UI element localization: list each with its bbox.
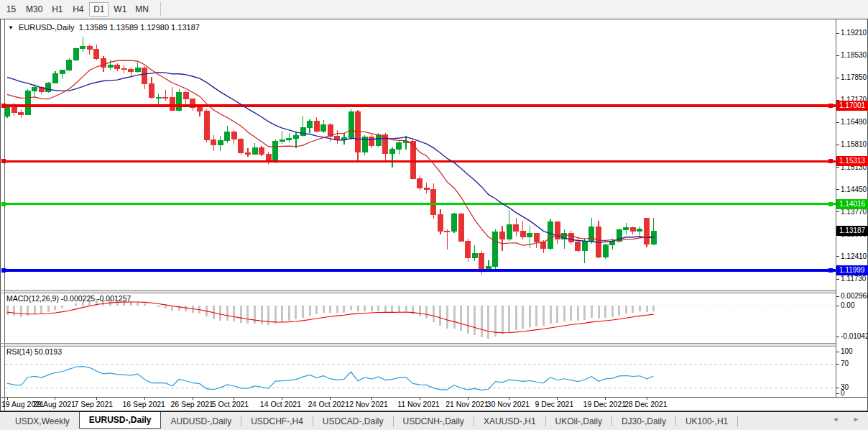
price-axis-tick-label: 1.14450 bbox=[841, 186, 867, 194]
toolbar-separator bbox=[160, 2, 161, 17]
chart-title-text: EURUSD-,Daily 1.13589 1.13589 1.12980 1.… bbox=[19, 23, 200, 32]
chart-tab-eurusd-daily[interactable]: EURUSD-,Daily bbox=[79, 412, 162, 429]
chart-tab-usdcnh-daily[interactable]: USDCNH-,Daily bbox=[394, 412, 474, 430]
date-axis-label: 21 Nov 2021 bbox=[445, 400, 489, 408]
date-axis-label: 28 Dec 2021 bbox=[624, 400, 668, 408]
chart-collapse-icon[interactable]: ▼ bbox=[8, 24, 14, 31]
macd-indicator-label: MACD(12,26,9) -0.000225 -0.001257 bbox=[6, 294, 131, 303]
price-axis-tick-label: 1.17850 bbox=[841, 73, 867, 82]
price-axis-tick-label: 1.12410 bbox=[841, 252, 867, 261]
date-axis-label: 26 Sep 2021 bbox=[170, 400, 213, 408]
timeframe-button-15[interactable]: 15 bbox=[1, 2, 21, 17]
rsi-pane-area[interactable] bbox=[5, 347, 836, 397]
level-price-badge: 1.14016 bbox=[836, 199, 868, 209]
chart-tab-uk100-h1[interactable]: UK100-,H1 bbox=[676, 412, 737, 430]
rsi-indicator-label: RSI(14) 50.0193 bbox=[6, 347, 62, 356]
date-axis-label: 29 Aug 2021 bbox=[33, 400, 75, 408]
timeframe-button-h4[interactable]: H4 bbox=[68, 2, 88, 17]
tab-scroll-buttons: ◄ ► bbox=[832, 416, 859, 423]
timeframe-button-w1[interactable]: W1 bbox=[110, 2, 130, 17]
level-price-badge: 1.11999 bbox=[836, 265, 868, 275]
date-axis-label: 11 Nov 2021 bbox=[397, 400, 440, 408]
date-axis-label: 7 Sep 2021 bbox=[74, 400, 113, 408]
rsi-axis-tick-label: 70 bbox=[841, 360, 867, 368]
tab-scroll-right-icon[interactable]: ► bbox=[853, 416, 859, 423]
price-axis-tick-label: 1.16490 bbox=[841, 118, 867, 127]
date-axis-label: 5 Oct 2021 bbox=[212, 400, 249, 408]
price-axis-tick-label: 1.11730 bbox=[841, 275, 867, 283]
chart-tab-ukoil-daily[interactable]: UKOil-,Daily bbox=[546, 412, 611, 430]
chart-tab-usdchf-h4[interactable]: USDCHF-,H4 bbox=[241, 412, 313, 430]
chart-tab-usdcad-daily[interactable]: USDCAD-,Daily bbox=[313, 412, 393, 430]
chart-canvas bbox=[0, 0, 868, 430]
timeframe-button-m30[interactable]: M30 bbox=[22, 2, 46, 17]
chart-tab-dj30-daily[interactable]: DJ30-,Daily bbox=[612, 412, 675, 430]
date-axis-label: 24 Oct 2021 bbox=[308, 400, 349, 408]
mt4-application-window: 15M30H1H4D1W1MN ▼ EURUSD-,Daily 1.13589 … bbox=[0, 0, 868, 430]
chart-tab-usdx-weekly[interactable]: USDX,Weekly bbox=[6, 412, 79, 430]
date-axis-label: 9 Dec 2021 bbox=[535, 400, 574, 408]
price-axis-tick-label: 1.18530 bbox=[841, 51, 867, 60]
chart-tab-xauusd-h1[interactable]: XAUUSD-,H1 bbox=[474, 412, 545, 430]
level-price-badge: 1.15313 bbox=[836, 156, 868, 166]
tab-separator bbox=[737, 416, 738, 426]
rsi-axis-tick-label: 100 bbox=[841, 347, 867, 356]
chart-tabbar: USDX,WeeklyEURUSD-,DailyAUDUSD-,DailyUSD… bbox=[0, 411, 868, 430]
chart-title: ▼ EURUSD-,Daily 1.13589 1.13589 1.12980 … bbox=[8, 23, 200, 32]
price-axis-tick-label: 1.15810 bbox=[841, 140, 867, 149]
price-axis-tick-label: 1.13770 bbox=[841, 208, 867, 216]
timeframe-button-mn[interactable]: MN bbox=[131, 2, 152, 17]
tab-scroll-left-icon[interactable]: ◄ bbox=[832, 416, 839, 423]
timeframe-toolbar: 15M30H1H4D1W1MN bbox=[0, 0, 868, 19]
date-axis-label: 19 Dec 2021 bbox=[583, 400, 627, 408]
macd-axis-tick-label: -0.01042 bbox=[841, 332, 867, 341]
timeframe-button-d1[interactable]: D1 bbox=[89, 2, 108, 17]
chart-tab-audusd-daily[interactable]: AUDUSD-,Daily bbox=[161, 412, 241, 430]
main-chart-area[interactable] bbox=[5, 22, 836, 290]
date-axis-label: 30 Nov 2021 bbox=[487, 400, 530, 408]
macd-axis-tick-label: 0.002966 bbox=[841, 292, 867, 301]
rsi-axis-tick-label: 0 bbox=[841, 389, 867, 398]
date-axis-label: 14 Oct 2021 bbox=[260, 400, 301, 408]
date-axis-label: 2 Nov 2021 bbox=[349, 400, 388, 408]
current-price-badge: 1.13187 bbox=[836, 226, 868, 236]
level-price-badge: 1.17001 bbox=[836, 101, 868, 111]
date-axis-label: 16 Sep 2021 bbox=[122, 400, 165, 408]
macd-axis-tick-label: 0.00 bbox=[841, 301, 867, 310]
price-axis-tick-label: 1.19210 bbox=[841, 29, 867, 37]
timeframe-button-h1[interactable]: H1 bbox=[47, 2, 67, 17]
